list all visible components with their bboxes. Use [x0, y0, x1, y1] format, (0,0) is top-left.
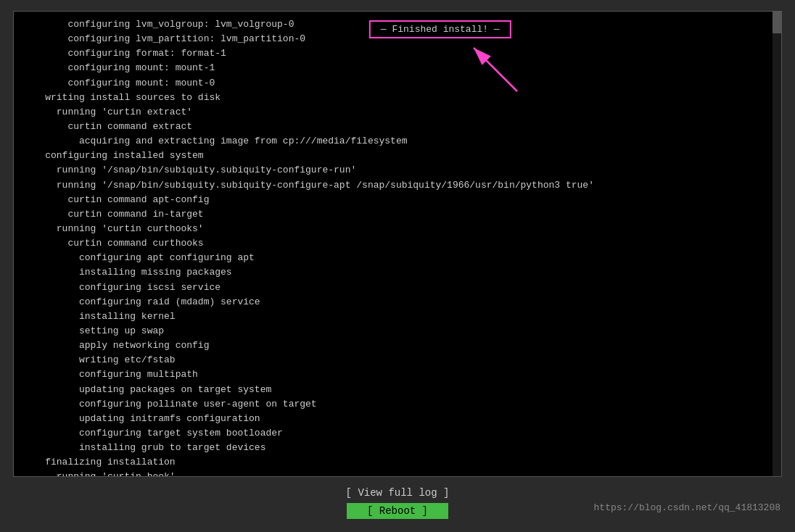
finished-banner: — Finished install! —	[369, 20, 511, 38]
bottom-bar: [ View full log ] [ Reboot ] https://blo…	[0, 480, 795, 525]
reboot-button[interactable]: [ Reboot ]	[347, 503, 448, 519]
terminal-area: — Finished install! — configuring lvm_vo…	[13, 11, 782, 477]
outer-container: — Finished install! — configuring lvm_vo…	[0, 0, 795, 532]
scrollbar[interactable]	[773, 12, 781, 476]
view-log-button[interactable]: [ View full log ]	[340, 486, 456, 500]
scrollbar-thumb[interactable]	[773, 12, 781, 33]
watermark: https://blog.csdn.net/qq_41813208	[594, 502, 780, 513]
terminal-content: configuring lvm_volgroup: lvm_volgroup-0…	[14, 12, 781, 476]
bottom-buttons: [ View full log ] [ Reboot ]	[340, 486, 456, 519]
